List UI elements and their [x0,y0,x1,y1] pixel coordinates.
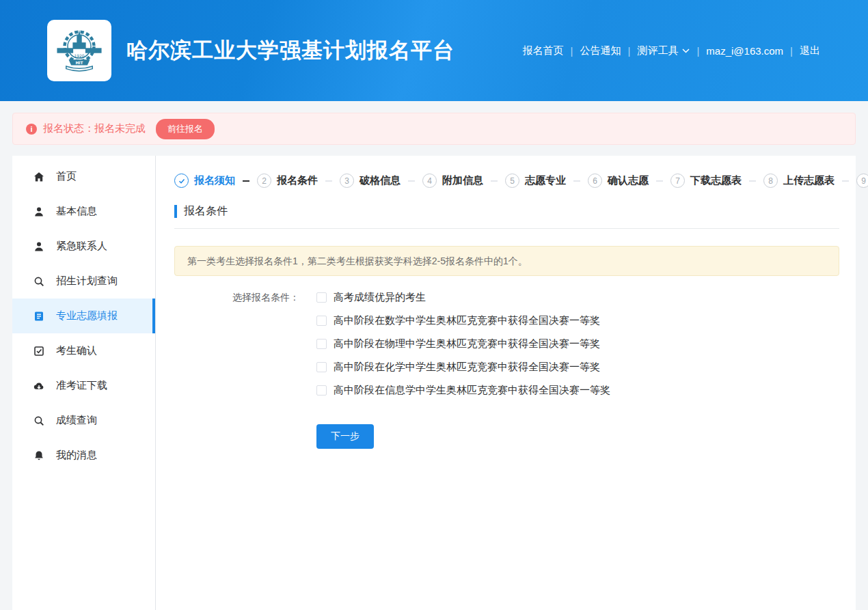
condition-option-gaokao[interactable]: 高考成绩优异的考生 [316,290,610,304]
nav-home-link[interactable]: 报名首页 [523,44,564,57]
app-header: 1920 HIT 哈尔滨工业大学强基计划报名平台 报名首页 | 公告通知 | 测… [0,0,868,101]
sidebar-item-label: 成绩查询 [56,414,97,427]
checkbox-icon[interactable] [316,339,327,349]
step-connector [408,180,415,182]
condition-option-informatics-olympiad[interactable]: 高中阶段在信息学中学生奥林匹克竞赛中获得全国决赛一等奖 [316,383,610,397]
step-4-additional-info: 4 附加信息 [422,174,483,188]
nav-separator: | [628,45,631,57]
step-5-preferred-majors: 5 志愿专业 [505,174,566,188]
nav-user-email[interactable]: maz_i@163.com [706,45,783,57]
conditions-form: 选择报名条件： 高考成绩优异的考生 高中阶段在数学中学生奥林匹克竞赛中获得全国决… [174,290,839,406]
nav-assessment-tools-dropdown[interactable]: 测评工具 [637,44,690,57]
step-connector [842,180,849,182]
nav-logout-link[interactable]: 退出 [800,44,820,57]
sidebar-item-candidate-confirm[interactable]: 考生确认 [12,333,155,368]
sidebar-item-admission-ticket-download[interactable]: 准考证下载 [12,368,155,403]
sidebar-item-emergency-contact[interactable]: 紧急联系人 [12,229,155,264]
sidebar-item-home[interactable]: 首页 [12,159,155,194]
nav-separator: | [571,45,573,57]
cloud-download-icon [33,380,44,391]
step-connector [656,180,663,182]
next-step-button[interactable]: 下一步 [316,424,374,449]
sidebar-item-label: 紧急联系人 [56,240,107,253]
page-title: 哈尔滨工业大学强基计划报名平台 [126,36,455,65]
info-icon: i [26,124,37,135]
condition-option-physics-olympiad[interactable]: 高中阶段在物理中学生奥林匹克竞赛中获得全国决赛一等奖 [316,337,610,350]
step-connector [491,180,498,182]
nav-separator: | [790,45,793,57]
section-divider [174,228,839,229]
sidebar-item-label: 招生计划查询 [56,275,118,288]
nav-separator: | [696,45,699,57]
conditions-form-label: 选择报名条件： [232,290,299,304]
checkbox-icon[interactable] [316,292,327,303]
sidebar-item-label: 首页 [56,170,77,183]
search-icon [33,276,44,287]
condition-option-chemistry-olympiad[interactable]: 高中阶段在化学中学生奥林匹克竞赛中获得全国决赛一等奖 [316,360,610,374]
top-nav: 报名首页 | 公告通知 | 测评工具 | maz_i@163.com | 退出 [523,44,820,57]
section-title: 报名条件 [174,204,839,219]
home-icon [33,171,44,182]
sidebar-item-label: 专业志愿填报 [56,309,118,322]
step-1-notice: 报名须知 [174,174,235,188]
step-indicator: 报名须知 2 报名条件 3 破格信息 4 附加信息 5 志愿专业 [174,174,839,188]
registration-status-text: 报名状态：报名未完成 [43,122,146,135]
go-to-register-button[interactable]: 前往报名 [156,119,215,139]
check-square-icon [33,346,44,357]
sidebar-item-basic-info[interactable]: 基本信息 [12,194,155,229]
checkbox-icon[interactable] [316,362,327,372]
condition-option-math-olympiad[interactable]: 高中阶段在数学中学生奥林匹克竞赛中获得全国决赛一等奖 [316,314,610,327]
content-area: 首页 基本信息 紧急联系人 招生计划查询 专业志愿填报 [12,156,856,610]
svg-text:HIT: HIT [75,61,83,65]
bell-icon [33,450,44,461]
sidebar-item-my-messages[interactable]: 我的消息 [12,438,155,473]
step-connector [573,180,580,182]
sidebar-item-major-preference[interactable]: 专业志愿填报 [12,299,155,333]
sidebar-item-label: 我的消息 [56,449,97,462]
sidebar-item-label: 准考证下载 [56,379,107,392]
svg-text:1920: 1920 [74,54,84,58]
step-6-confirm-preferences: 6 确认志愿 [588,174,649,188]
step-connector [243,180,249,182]
step-check-icon [174,174,189,188]
document-icon [33,311,44,322]
step-8-upload-form: 8 上传志愿表 [763,174,835,188]
sidebar-item-label: 考生确认 [56,344,97,357]
main-panel: 报名须知 2 报名条件 3 破格信息 4 附加信息 5 志愿专业 [156,156,856,610]
conditions-notice: 第一类考生选择报名条件1，第二类考生根据获奖学科选择2-5报名条件中的1个。 [174,246,839,276]
user-icon [33,206,44,217]
sidebar-item-admission-plan-query[interactable]: 招生计划查询 [12,264,155,299]
condition-options: 高考成绩优异的考生 高中阶段在数学中学生奥林匹克竞赛中获得全国决赛一等奖 高中阶… [316,290,610,406]
step-2-conditions: 2 报名条件 [257,174,318,188]
sidebar-item-score-query[interactable]: 成绩查询 [12,403,155,438]
step-7-download-form: 7 下载志愿表 [670,174,742,188]
user-icon [33,241,44,252]
registration-status-alert: i 报名状态：报名未完成 前往报名 [12,113,856,145]
nav-notices-link[interactable]: 公告通知 [580,44,621,57]
step-9-complete: 9 填报完成 [856,174,868,188]
sidebar-menu: 首页 基本信息 紧急联系人 招生计划查询 专业志愿填报 [12,156,156,610]
step-3-exception-info: 3 破格信息 [340,174,401,188]
checkbox-icon[interactable] [316,385,327,396]
university-logo: 1920 HIT [47,20,111,81]
sidebar-item-label: 基本信息 [56,205,97,218]
step-connector [749,180,756,182]
chevron-down-icon [682,48,690,53]
step-connector [325,180,332,182]
hit-emblem-icon: 1920 HIT [54,25,105,76]
checkbox-icon[interactable] [316,316,327,326]
search-icon [33,415,44,426]
